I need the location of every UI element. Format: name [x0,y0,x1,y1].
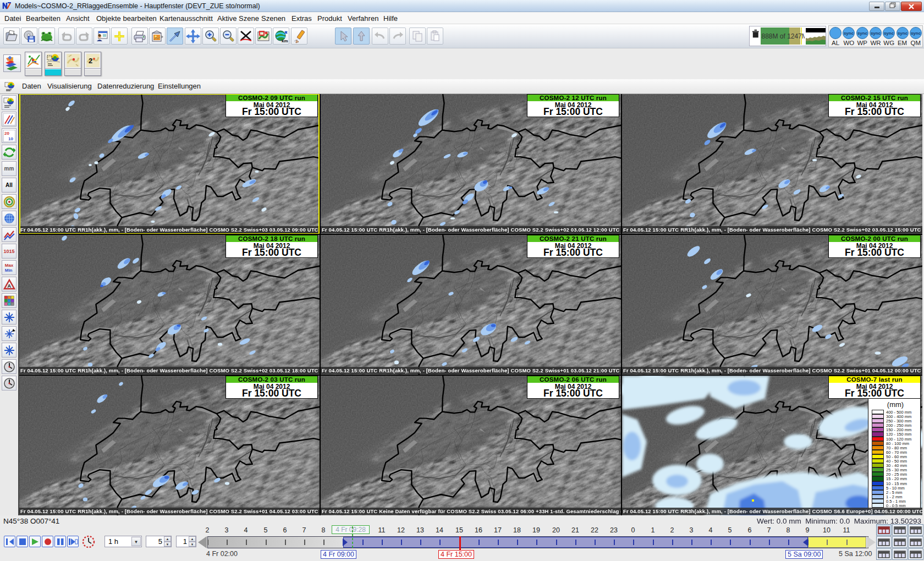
svg-text:sync: sync [911,31,921,36]
svg-text:20: 20 [4,131,9,136]
svg-text:sync: sync [871,31,881,36]
svg-text:2: 2 [89,57,92,65]
svg-text:sync: sync [857,31,868,36]
svg-text:sync: sync [844,31,854,36]
svg-text:A: A [7,283,11,289]
svg-text:sync: sync [884,31,894,36]
svg-text:sync: sync [897,31,908,36]
svg-text:km: km [282,38,288,43]
svg-text:10: 10 [8,136,13,141]
